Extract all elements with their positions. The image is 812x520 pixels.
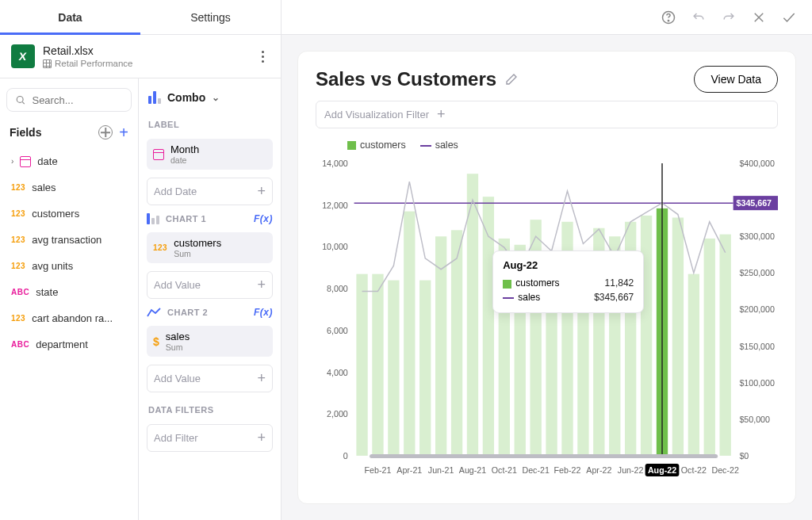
field-avg-units[interactable]: 123avg units [6, 254, 132, 277]
more-icon[interactable] [255, 49, 270, 63]
section-chart1: CHART 1 [166, 214, 206, 224]
section-chart2: CHART 2 [167, 308, 208, 317]
fx-button[interactable]: F(x) [254, 213, 273, 224]
calendar-icon [20, 156, 31, 167]
legend-sales[interactable]: sales [420, 140, 458, 151]
svg-text:Oct-21: Oct-21 [492, 465, 517, 475]
chart-title: Sales vs Customers [316, 68, 496, 90]
undo-icon[interactable] [690, 9, 707, 26]
svg-text:4,000: 4,000 [327, 367, 348, 377]
fx-button-2[interactable]: F(x) [254, 307, 273, 318]
svg-rect-44 [688, 274, 699, 456]
svg-text:Feb-21: Feb-21 [365, 465, 392, 475]
search-input[interactable] [6, 88, 132, 112]
svg-text:Jun-22: Jun-22 [618, 465, 644, 475]
svg-text:$0: $0 [739, 451, 749, 461]
topbar [282, 0, 812, 35]
chip-sales[interactable]: $ salesSum [147, 326, 273, 357]
svg-text:Dec-22: Dec-22 [711, 465, 738, 475]
add-value-2[interactable]: Add Value+ [147, 365, 273, 392]
add-date[interactable]: Add Date+ [147, 178, 273, 205]
tab-data[interactable]: Data [0, 0, 140, 34]
svg-text:$400,000: $400,000 [739, 159, 775, 168]
field-sales[interactable]: 123sales [6, 176, 132, 199]
line-chart-icon[interactable] [147, 307, 161, 318]
tooltip-title: Aug-22 [503, 259, 634, 271]
svg-rect-65 [370, 454, 718, 458]
field-state[interactable]: ABCstate [6, 281, 132, 304]
chip-customers[interactable]: 123 customersSum [147, 232, 273, 263]
svg-text:Aug-21: Aug-21 [459, 465, 486, 475]
svg-point-0 [17, 97, 23, 103]
legend-customers[interactable]: customers [347, 140, 406, 151]
svg-rect-24 [372, 274, 383, 456]
svg-text:Oct-22: Oct-22 [681, 465, 707, 475]
svg-rect-43 [672, 218, 684, 456]
field-customers[interactable]: 123customers [6, 202, 132, 225]
add-field-icon[interactable]: + [119, 124, 128, 140]
svg-rect-23 [356, 274, 367, 456]
svg-text:2,000: 2,000 [327, 409, 348, 419]
close-icon[interactable] [750, 9, 768, 26]
tooltip: Aug-22 customers11,842 sales$345,667 [492, 250, 644, 313]
svg-text:Dec-21: Dec-21 [522, 465, 549, 475]
svg-rect-26 [404, 212, 415, 456]
field-date[interactable]: ›date [6, 150, 132, 173]
svg-rect-41 [641, 216, 652, 456]
confirm-icon[interactable] [780, 9, 798, 26]
excel-icon [11, 44, 35, 68]
help-icon[interactable] [660, 9, 677, 26]
field-avg-transaction[interactable]: 123avg transaction [6, 228, 132, 251]
chart-area[interactable]: 02,0004,0006,0008,00010,00012,00014,000$… [316, 155, 778, 489]
table-icon [43, 59, 52, 68]
svg-text:$250,000: $250,000 [739, 268, 775, 277]
svg-rect-25 [388, 281, 399, 456]
svg-text:$300,000: $300,000 [739, 231, 775, 241]
dollar-icon: $ [153, 335, 159, 348]
add-visualization-filter[interactable]: Add Visualization Filter+ [316, 101, 778, 128]
performance-icon[interactable] [98, 125, 113, 140]
svg-text:$345,667: $345,667 [737, 198, 772, 208]
field-department[interactable]: ABCdepartment [6, 333, 132, 356]
chip-month[interactable]: Monthdate [147, 139, 273, 170]
svg-text:0: 0 [343, 451, 348, 461]
panel-tabs: Data Settings [0, 0, 281, 35]
combo-chart-icon [148, 91, 161, 104]
svg-text:$200,000: $200,000 [739, 304, 775, 314]
svg-text:8,000: 8,000 [327, 284, 348, 293]
redo-icon[interactable] [720, 9, 737, 26]
edit-icon[interactable] [504, 72, 519, 86]
svg-text:Apr-22: Apr-22 [586, 465, 611, 475]
view-data-button[interactable]: View Data [694, 66, 778, 93]
svg-text:Aug-22: Aug-22 [648, 465, 676, 475]
bar-chart-icon[interactable] [147, 213, 159, 224]
search-icon [15, 94, 25, 106]
datasource-row: Retail.xlsx Retail Performance [0, 35, 281, 78]
svg-text:$100,000: $100,000 [739, 378, 775, 388]
calendar-icon [153, 149, 164, 160]
svg-point-3 [668, 20, 668, 21]
fields-header: Fields [10, 126, 41, 139]
legend: customers sales [316, 140, 778, 151]
svg-text:$50,000: $50,000 [739, 415, 770, 424]
tab-settings[interactable]: Settings [140, 0, 281, 34]
svg-text:10,000: 10,000 [322, 242, 348, 251]
svg-text:Feb-22: Feb-22 [554, 465, 581, 475]
add-value-1[interactable]: Add Value+ [147, 271, 273, 299]
svg-rect-46 [720, 235, 731, 456]
section-label: LABEL [147, 115, 273, 131]
svg-text:$150,000: $150,000 [739, 341, 775, 350]
svg-text:6,000: 6,000 [327, 326, 348, 335]
chart-type-selector[interactable]: Combo ⌄ [147, 88, 273, 107]
field-cart-abandon[interactable]: 123cart abandon ra... [6, 307, 132, 330]
svg-rect-27 [419, 281, 431, 456]
svg-text:12,000: 12,000 [322, 201, 348, 210]
add-filter[interactable]: Add Filter+ [147, 424, 273, 452]
svg-text:14,000: 14,000 [322, 159, 348, 168]
datasource-name: Retail.xlsx [43, 44, 255, 57]
svg-text:Apr-21: Apr-21 [396, 465, 422, 475]
chart-card: Sales vs Customers View Data Add Visuali… [297, 51, 796, 504]
section-data-filters: DATA FILTERS [147, 400, 273, 416]
datasource-sub: Retail Performance [43, 59, 255, 68]
svg-rect-29 [451, 230, 462, 456]
